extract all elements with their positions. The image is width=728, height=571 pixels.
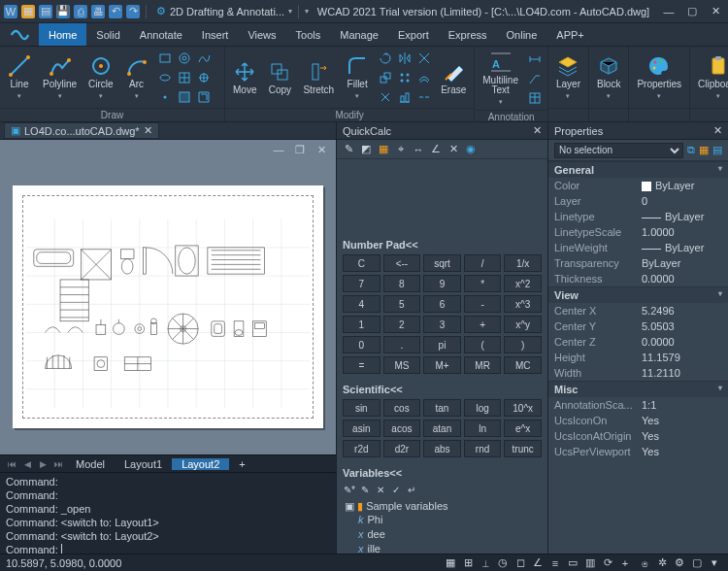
var-send-icon[interactable]: ↵	[405, 483, 418, 496]
numpad-key[interactable]: 7	[343, 275, 381, 292]
numpad-key[interactable]: pi	[423, 336, 461, 353]
prop-row[interactable]: Center X5.2496	[548, 303, 728, 319]
sci-key[interactable]: log	[464, 399, 502, 417]
qc-help-icon[interactable]: ◉	[463, 142, 479, 157]
qc-distance-icon[interactable]: ↔	[411, 142, 426, 157]
magnify-icon[interactable]: +	[617, 556, 633, 570]
prop-row[interactable]: ColorByLayer	[548, 178, 728, 193]
tab-express[interactable]: Express	[439, 23, 497, 46]
numpad-key[interactable]: +	[464, 316, 502, 333]
dyn-icon[interactable]: ▭	[565, 556, 580, 570]
table-icon[interactable]	[526, 89, 544, 107]
otrack-icon[interactable]: ∠	[530, 556, 546, 570]
osnap-icon[interactable]: ◻	[513, 556, 528, 570]
sci-section-title[interactable]: Scientific<<	[343, 384, 542, 395]
fillet-button[interactable]: Fillet	[342, 52, 373, 102]
sci-key[interactable]: e^x	[504, 420, 542, 437]
circle-button[interactable]: Circle	[84, 52, 117, 102]
toggle-pick-icon[interactable]: ▤	[712, 144, 722, 156]
rotate-icon[interactable]	[377, 50, 394, 67]
trim-icon[interactable]	[415, 50, 433, 67]
vars-tree[interactable]: ▣ ▮ Sample variables kPhixdeexillexmee	[343, 500, 542, 554]
var-item[interactable]: xille	[343, 542, 542, 554]
numpad-key[interactable]: x^2	[504, 275, 542, 292]
sci-key[interactable]: sin	[343, 399, 381, 417]
var-item[interactable]: xdee	[343, 527, 542, 542]
document-tab[interactable]: ▣ LO4D.co...utoCAD.dwg* ✕	[4, 122, 159, 139]
numpad-key[interactable]: MR	[464, 356, 502, 374]
qc-intersect-icon[interactable]: ✕	[446, 142, 461, 157]
arc-button[interactable]: Arc	[121, 52, 152, 102]
tab-online[interactable]: Online	[497, 23, 547, 46]
tab-manage[interactable]: Manage	[330, 23, 388, 46]
clipboard-button[interactable]: Clipboard	[694, 52, 728, 102]
dim-icon[interactable]	[526, 50, 544, 68]
numpad-key[interactable]: 3	[423, 316, 461, 333]
var-newgrp-icon[interactable]: ✎	[358, 483, 372, 496]
sci-key[interactable]: tan	[423, 399, 461, 417]
mdi-minimize-icon[interactable]: —	[270, 142, 287, 157]
numpad-key[interactable]: M+	[423, 356, 461, 374]
sci-key[interactable]: cos	[383, 399, 421, 417]
selection-dropdown[interactable]: No selection	[554, 143, 683, 158]
lwt-icon[interactable]: ≡	[547, 556, 563, 570]
sci-key[interactable]: trunc	[504, 440, 542, 457]
sci-key[interactable]: atan	[423, 420, 461, 437]
var-item[interactable]: kPhi	[343, 513, 542, 527]
numpad-key[interactable]: 4	[343, 295, 381, 313]
save-icon[interactable]: 💾	[56, 5, 70, 18]
properties-button[interactable]: Properties	[633, 52, 685, 102]
numpad-key[interactable]: -	[464, 295, 502, 313]
numpad-key[interactable]: MS	[383, 356, 421, 374]
numpad-key[interactable]: .	[383, 336, 421, 353]
polar-icon[interactable]: ◷	[495, 556, 511, 570]
leader-icon[interactable]	[526, 70, 544, 87]
mdi-close-icon[interactable]: ✕	[313, 142, 330, 157]
prop-row[interactable]: Thickness0.0000	[548, 271, 728, 286]
numpad-key[interactable]: MC	[504, 356, 542, 374]
close-button[interactable]: ✕	[707, 4, 724, 19]
clean-icon[interactable]: ▢	[689, 556, 705, 570]
new-icon[interactable]: ▦	[21, 5, 35, 18]
numpad-key[interactable]: 8	[383, 275, 421, 292]
numpad-key[interactable]: *	[464, 275, 502, 292]
tab-prev-icon[interactable]: ◀	[19, 457, 35, 471]
command-line[interactable]: Command:Command:Command: _openCommand: <…	[0, 472, 336, 554]
close-tab-icon[interactable]: ✕	[144, 124, 152, 137]
sci-key[interactable]: acos	[383, 420, 421, 437]
numpad-key[interactable]: /	[464, 254, 502, 272]
offset-icon[interactable]	[415, 69, 433, 86]
numpad-key[interactable]: sqrt	[423, 254, 461, 272]
select-objects-icon[interactable]: ▦	[699, 144, 709, 156]
prop-row[interactable]: LinetypeScale1.0000	[548, 224, 728, 240]
explode-icon[interactable]	[377, 88, 394, 106]
numpad-section-title[interactable]: Number Pad<<	[343, 239, 542, 251]
sci-key[interactable]: d2r	[383, 440, 421, 457]
prop-row[interactable]: LinetypeByLayer	[548, 209, 728, 224]
numpad-key[interactable]: 9	[423, 275, 461, 292]
maximize-button[interactable]: ▢	[683, 4, 701, 19]
cycle-icon[interactable]: ⟳	[600, 556, 615, 570]
vars-section-title[interactable]: Variables<<	[343, 467, 542, 479]
copy-button[interactable]: Copy	[264, 58, 295, 97]
add-layout-button[interactable]: +	[229, 455, 254, 473]
prop-section-header[interactable]: General▾	[548, 162, 728, 178]
workspace-icon[interactable]: ⚙	[672, 556, 687, 570]
numpad-key[interactable]: 5	[383, 295, 421, 313]
var-edit-icon[interactable]: ✕	[374, 483, 387, 496]
annoscale-icon[interactable]: ⍟	[637, 556, 652, 570]
prop-row[interactable]: Center Z0.0000	[548, 334, 728, 350]
ellipse-icon[interactable]	[156, 69, 174, 86]
qc-paste-icon[interactable]: ▦	[376, 142, 391, 157]
workspace-selector[interactable]: ⚙ 2D Drafting & Annotati... ▾	[156, 5, 292, 17]
prop-row[interactable]: TransparencyByLayer	[548, 255, 728, 271]
numpad-key[interactable]: )	[504, 336, 542, 353]
tab-tools[interactable]: Tools	[286, 23, 331, 46]
numpad-key[interactable]: (	[464, 336, 502, 353]
numpad-key[interactable]: =	[343, 356, 381, 374]
prop-row[interactable]: Height11.1579	[548, 350, 728, 365]
overflow-icon[interactable]: ▾	[305, 7, 309, 16]
undo-icon[interactable]: ↶	[109, 5, 122, 18]
annovis-icon[interactable]: ✲	[654, 556, 670, 570]
hatch-icon[interactable]	[176, 69, 193, 86]
